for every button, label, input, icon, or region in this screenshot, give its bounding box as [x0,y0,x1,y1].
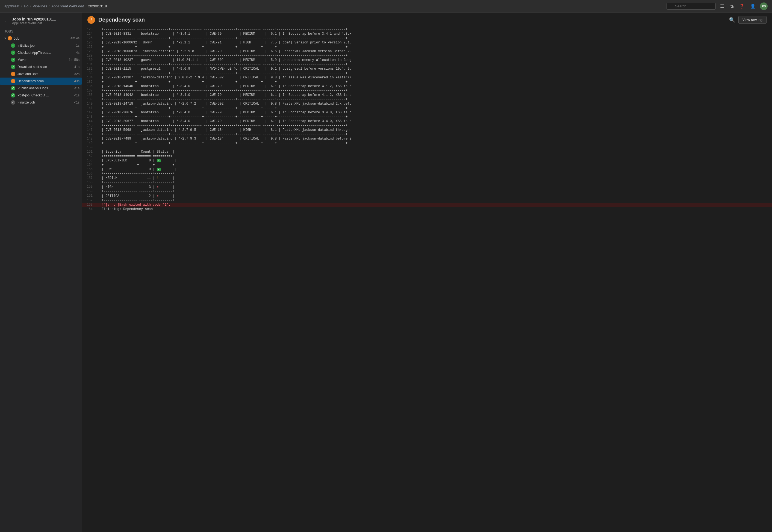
item-name-6: Publish analysis logs [17,86,72,90]
line-number: 128 [82,49,97,54]
log-row: 149+----------------+----------------+--… [82,141,772,145]
line-number: 127 [82,45,97,49]
bag-icon-btn[interactable]: 🛍 [728,3,735,10]
log-row: 146| CVE-2018-5968 | jackson-databind | … [82,128,772,132]
job-parent-row[interactable]: ▾ Job 4m 4s [0,34,82,42]
log-row: 150 [82,145,772,150]
breadcrumb-webgoat[interactable]: AppThreat.WebGoat [51,4,84,8]
line-number: 136 [82,84,97,88]
line-number: 156 [82,172,97,176]
log-search-button[interactable]: 🔍 [729,17,735,23]
line-content: +----------------+----------------+-----… [97,115,772,119]
job-status-orange [8,36,12,40]
line-number: 138 [82,93,97,97]
item-time-5: 43s [74,79,79,83]
line-number: 146 [82,128,97,132]
breadcrumb-pipelines[interactable]: Pipelines [33,4,47,8]
item-time-4: 32s [74,72,79,76]
line-content: +-----------------+-------+---------+ [97,180,772,185]
list-icon-btn[interactable]: ☰ [719,2,725,10]
back-button[interactable]: ← [4,18,9,24]
status-icon-0 [11,43,15,48]
job-item-5[interactable]: Dependency scan 43s [0,78,82,85]
log-row: 151| Severity | Count | Status | [82,150,772,154]
avatar[interactable]: PS [760,2,768,10]
log-row: 142| CVE-2018-20676 | bootstrap | *-3.4.… [82,110,772,115]
job-item-7[interactable]: Post-job: Checkout ... <1s [0,92,82,99]
line-content: | CVE-2018-14718 | jackson-databind | *-… [97,102,772,106]
line-number: 143 [82,115,97,119]
log-row: 157| MEDIUM | 11 | ! | [82,176,772,180]
log-row: 160+-----------------+-------+---------+ [82,189,772,194]
job-item-2[interactable]: Maven 1m 58s [0,56,82,63]
status-icon-1 [11,51,15,55]
line-number: 160 [82,189,97,194]
breadcrumb: appthreat / aio / Pipelines / AppThreat.… [4,4,667,8]
line-number: 123 [82,27,97,32]
line-content: +----------------+----------------+-----… [97,62,772,67]
job-parent-name: Job [14,36,69,40]
log-row: 144| CVE-2018-20677 | bootstrap | *-3.4.… [82,119,772,123]
status-badge-warn: ! [157,176,159,180]
header-actions: 🔍 View raw log [729,16,767,24]
line-content: | CVE-2018-20677 | bootstrap | *-3.4.0 |… [97,119,772,123]
content-area: ! Dependency scan 🔍 View raw log 123+---… [82,13,772,532]
item-time-0: 1s [76,44,79,48]
status-icon-5 [11,79,15,83]
user-icon-btn[interactable]: 👤 [749,2,757,10]
line-content: | CVE-2018-10237 | guava | 11.0-24.1.1 |… [97,58,772,62]
log-row: 163##[error]Bash exited with code '1'. [82,203,772,207]
job-item-8[interactable]: Finalize Job <1s [0,99,82,106]
line-content: | CVE-2019-8331 | bootstrap | *-3.4.1 | … [97,32,772,36]
log-row: 127+----------------+----------------+--… [82,45,772,49]
line-number: 151 [82,150,97,154]
breadcrumb-aio[interactable]: aio [24,4,28,8]
line-number: 147 [82,132,97,137]
sidebar-title: Jobs in run #20200131... [12,17,56,21]
line-content: | CVE-2018-14042 | bootstrap | *-3.4.0 |… [97,93,772,97]
job-item-4[interactable]: Java and Bom 32s [0,70,82,78]
line-number: 157 [82,176,97,180]
line-number: 140 [82,102,97,106]
job-item-3[interactable]: Download sast-scan 41s [0,63,82,70]
log-row: 158+-----------------+-------+---------+ [82,180,772,185]
breadcrumb-appthreat[interactable]: appthreat [4,4,19,8]
status-icon-7 [11,93,15,97]
view-raw-button[interactable]: View raw log [738,16,767,24]
log-lines: 123+----------------+----------------+--… [82,27,772,211]
log-row: 153| UNSPECIFIED | 0 | ✓ | [82,158,772,163]
log-container[interactable]: 123+----------------+----------------+--… [82,27,772,532]
status-badge-red: ✗ [157,185,159,189]
log-row: 137+----------------+----------------+--… [82,88,772,93]
log-row: 143+----------------+----------------+--… [82,115,772,119]
sidebar-subtitle: AppThreat.WebGoat [12,21,56,25]
line-content: | UNSPECIFIED | 0 | ✓ | [97,158,772,163]
line-content: +----------------+----------------+-----… [97,88,772,93]
job-item-6[interactable]: Publish analysis logs <1s [0,85,82,92]
line-number: 137 [82,88,97,93]
search-input[interactable] [667,3,716,10]
item-time-6: <1s [74,86,79,90]
line-number: 144 [82,119,97,123]
line-content: +----------------+----------------+-----… [97,80,772,84]
item-name-7: Post-job: Checkout ... [17,93,72,97]
line-content: | CVE-2018-5968 | jackson-databind | *-2… [97,128,772,132]
line-number: 130 [82,58,97,62]
log-row: 134| CVE-2018-11307 | jackson-databind |… [82,75,772,80]
job-item-0[interactable]: Initialize job 1s [0,42,82,49]
log-row: 138| CVE-2018-14042 | bootstrap | *-3.4.… [82,93,772,97]
job-item-1[interactable]: Checkout AppThreat/... 4s [0,49,82,56]
line-number: 132 [82,67,97,71]
nav-icons: 🔍 ☰ 🛍 ❓ 👤 PS [667,2,768,10]
help-icon-btn[interactable]: ❓ [738,2,746,10]
line-number: 161 [82,194,97,198]
line-content: +-----------------+-------+---------+ [97,189,772,194]
sidebar: ← Jobs in run #20200131... AppThreat.Web… [0,13,82,532]
content-header: ! Dependency scan 🔍 View raw log [82,13,772,27]
log-row: 148| CVE-2018-7489 | jackson-databind | … [82,137,772,141]
line-number: 129 [82,54,97,58]
line-content: +----------------+----------------+-----… [97,123,772,128]
line-number: 155 [82,167,97,172]
line-number: 131 [82,62,97,67]
line-content: +----------------+----------------+-----… [97,27,772,32]
